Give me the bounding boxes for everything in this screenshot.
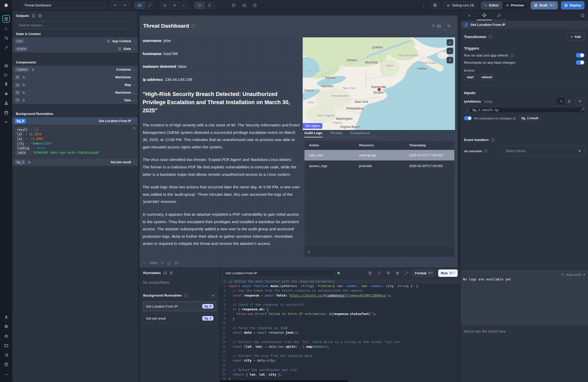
prism-icon[interactable] <box>2 99 10 107</box>
app-window-icon[interactable] <box>2 15 10 23</box>
cache-icon[interactable] <box>367 271 374 275</box>
list-icon[interactable] <box>2 351 10 359</box>
star-icon[interactable]: ☆ <box>2 25 10 32</box>
robot-icon[interactable] <box>2 332 10 340</box>
folder-icon[interactable] <box>2 342 10 349</box>
search-icon[interactable] <box>2 34 10 42</box>
tab-threats[interactable]: Threats <box>330 131 343 137</box>
expand-expression-icon[interactable]: ⤢ <box>580 108 583 112</box>
map-zoom-in-button[interactable]: + <box>447 39 453 46</box>
runnable-item[interactable]: Get job resultbg_1 <box>143 313 216 323</box>
clear-select-icon[interactable]: ✕ <box>578 149 581 153</box>
collapse-bottom-icon[interactable] <box>163 271 167 275</box>
refresh-app-button[interactable]: (2) <box>428 22 444 29</box>
collapse-node[interactable]: − <box>34 128 39 132</box>
chevron-down-icon[interactable]: ⌄ <box>133 91 135 94</box>
windmill-logo[interactable] <box>0 0 12 11</box>
code-area[interactable]: 1// Define the main function with the re… <box>220 279 460 382</box>
column-header[interactable]: Resource <box>354 144 404 147</box>
ai-wand-icon[interactable] <box>376 271 383 275</box>
component-settings-tab[interactable] <box>477 11 492 20</box>
run-button[interactable]: Run⌘⏎ <box>438 269 458 277</box>
chevron-down-icon[interactable]: ⌄ <box>133 75 135 79</box>
docs-button[interactable] <box>430 2 440 9</box>
user-icon[interactable] <box>2 313 10 321</box>
fullscreen-icon[interactable] <box>167 261 171 265</box>
desktop-view-button[interactable] <box>195 2 204 9</box>
runnable-name-input[interactable]: Get Location From IP <box>223 269 335 277</box>
static-mode-button[interactable]: ✎ <box>557 98 565 104</box>
tab-audit-logs[interactable]: Audit Logs <box>304 131 322 137</box>
doc-icon[interactable] <box>169 271 173 275</box>
expand-editor-icon[interactable] <box>403 271 410 275</box>
reset-zoom-icon[interactable] <box>175 261 178 265</box>
set-region-button[interactable]: Set region <box>303 123 322 129</box>
output-row-h[interactable]: hMarkdown⌄ <box>12 73 138 81</box>
output-row-f[interactable]: fTabs⌄ <box>12 96 138 104</box>
undo-button[interactable]: ↶ <box>111 2 120 9</box>
toggle-right-panel-icon[interactable] <box>253 3 257 7</box>
map-fit-button[interactable]: ⇧ <box>447 57 453 63</box>
app-title-input[interactable]: Threat Dashboard <box>21 2 106 9</box>
settings-gear-icon[interactable]: ⚙ <box>385 271 391 275</box>
event-chip[interactable]: refresh <box>479 74 495 80</box>
on-success-select[interactable]: Select items ✕ <box>502 146 584 156</box>
auto-theme-button[interactable] <box>160 2 170 9</box>
reeval-dependency-chip[interactable]: bg_1.result <box>519 115 541 121</box>
hide-grid-button[interactable]: |0| <box>135 2 144 9</box>
collapse-panel-icon[interactable] <box>32 14 36 18</box>
styling-tab[interactable] <box>492 11 506 20</box>
output-row-ctx[interactable]: ctxApp Context⌄ <box>12 37 138 45</box>
chevron-down-icon[interactable]: ⌄ <box>133 47 135 50</box>
dollar-icon[interactable]: $ <box>2 80 10 88</box>
plus-icon[interactable]: + <box>2 118 10 126</box>
zoom-in-button[interactable]: + <box>161 261 164 265</box>
debug-runs-button[interactable]: Debug runs (4) <box>443 2 478 9</box>
recompute-history-button[interactable] <box>444 22 454 29</box>
search-outputs-input[interactable]: Search outputs... <box>16 21 134 29</box>
chevron-down-icon[interactable]: ⌄ <box>133 99 135 102</box>
markdown-component[interactable]: username: jdoehostname: host789malware d… <box>143 38 300 253</box>
output-row-topbar[interactable]: topbarContainer⌄ <box>12 66 138 73</box>
column-header[interactable]: Action <box>304 144 354 147</box>
gear-icon[interactable]: ⚙ <box>2 323 10 330</box>
chevron-down-icon[interactable]: ⌄ <box>133 68 135 71</box>
editor-tab[interactable]: ✎ Editor <box>481 2 502 9</box>
preview-tab[interactable]: Preview <box>502 2 527 9</box>
json-search-icon[interactable] <box>132 126 136 130</box>
mobile-view-button[interactable] <box>205 2 214 9</box>
output-row-a[interactable]: aMap⌄ <box>12 81 138 89</box>
connect-input-button[interactable] <box>575 97 584 105</box>
output-row-b[interactable]: bMarkdown⌄ <box>12 89 138 96</box>
insert-component-tab[interactable]: + <box>462 11 477 20</box>
map-zoom-out-button[interactable]: − <box>447 48 453 54</box>
recompute-toggle[interactable] <box>576 60 584 65</box>
draft-button[interactable]: Draft⌘S <box>531 1 558 9</box>
arrow-right-icon[interactable]: → <box>2 370 10 378</box>
resources-icon[interactable] <box>2 90 10 97</box>
output-row-state[interactable]: stateState⌄ <box>12 45 138 53</box>
table-row[interactable]: access_logsprod-k8s2025-03-30T17:03:00Z <box>304 161 454 171</box>
expression-input[interactable]: 1 bg_1.result.ip ⤢ <box>464 107 584 113</box>
toggle-left-panel-icon[interactable] <box>232 3 236 7</box>
expand-logs-icon[interactable] <box>561 273 564 276</box>
delete-icon[interactable] <box>394 271 401 275</box>
format-button[interactable]: Format⌘S <box>412 269 436 277</box>
toggle-bottom-panel-icon[interactable] <box>242 3 246 7</box>
more-menu-icon[interactable]: ⋮ <box>421 3 427 8</box>
deploy-button[interactable]: Deploy <box>561 1 584 9</box>
calendar-icon[interactable] <box>2 109 10 116</box>
download-table-icon[interactable] <box>307 249 311 253</box>
magic-wand-icon[interactable] <box>2 43 10 51</box>
fit-view-button[interactable] <box>145 2 154 9</box>
column-header[interactable]: Timestamp <box>404 144 454 147</box>
table-row[interactable]: add_useraudit-group2025-03-30T17:00:00Z <box>304 150 454 161</box>
help-icon[interactable] <box>2 361 10 368</box>
horizontal-scrollbar[interactable] <box>220 380 348 382</box>
chevron-down-icon[interactable]: ⌄ <box>133 83 135 86</box>
app-canvas[interactable]: Threat Dashboard i (2) username: jdoehos… <box>140 16 457 267</box>
chevron-down-icon[interactable]: ⌄ <box>133 39 135 43</box>
tab-compliance[interactable]: Compliance <box>350 131 370 137</box>
map-component[interactable]: QuébecOttawaMontréalHalifaxTorontoHamilt… <box>303 37 455 130</box>
topbar-container-component[interactable]: Threat Dashboard i (2) <box>140 17 457 34</box>
